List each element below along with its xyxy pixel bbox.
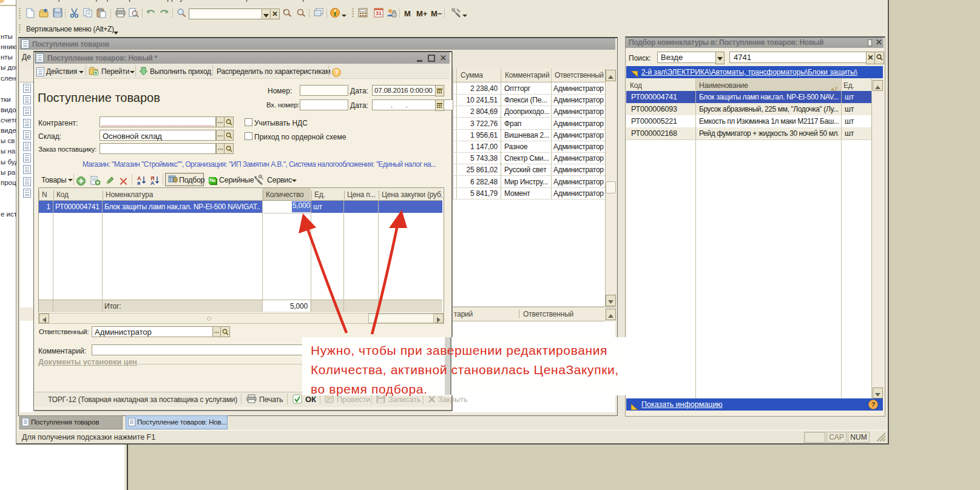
svg-text:А: А — [150, 180, 155, 186]
svg-text:?: ? — [334, 69, 338, 76]
svg-text:?: ? — [871, 401, 876, 408]
svg-text:я: я — [137, 180, 140, 186]
svg-text:31: 31 — [376, 10, 382, 16]
